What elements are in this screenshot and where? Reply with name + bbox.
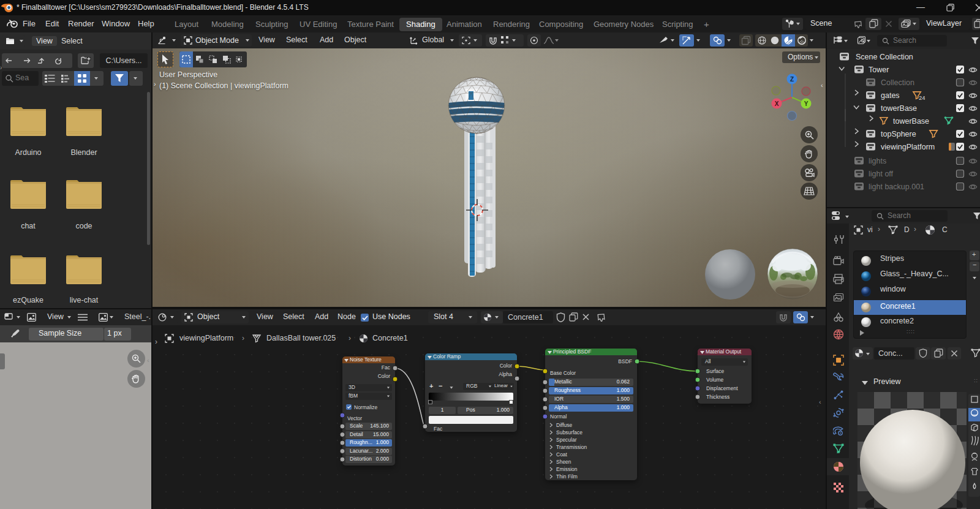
svg-text:X: X xyxy=(775,100,779,107)
svg-text:towerBase: towerBase xyxy=(893,117,929,126)
svg-text:Collection: Collection xyxy=(881,78,914,87)
svg-text:Scene Collection: Scene Collection xyxy=(856,53,913,61)
svg-text:towerBase: towerBase xyxy=(881,104,917,113)
svg-text:Tower: Tower xyxy=(869,66,889,74)
svg-text:light backup.001: light backup.001 xyxy=(869,183,924,191)
svg-text:Z: Z xyxy=(790,76,794,83)
svg-text:lights: lights xyxy=(869,157,886,165)
svg-text:topSphere: topSphere xyxy=(881,130,916,138)
svg-text:gates: gates xyxy=(881,91,900,100)
svg-text:Y: Y xyxy=(804,100,809,107)
svg-text:viewingPlatform: viewingPlatform xyxy=(881,143,935,151)
svg-text:24: 24 xyxy=(919,94,925,101)
svg-text:light off: light off xyxy=(869,170,894,178)
